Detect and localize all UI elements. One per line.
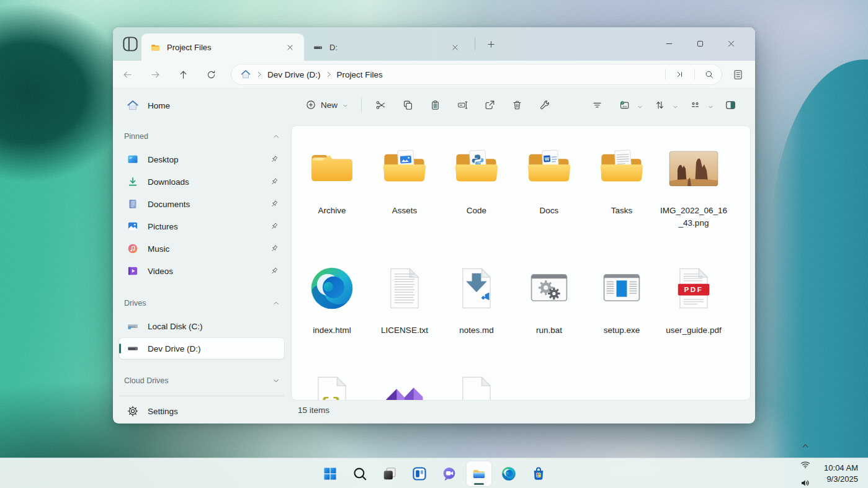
- file-item-img-2022-06-16-43-png[interactable]: IMG_2022_06_16_43.png: [660, 144, 728, 230]
- sidebar-item-downloads[interactable]: Downloads: [119, 171, 284, 192]
- tab-label: Project Files: [167, 43, 282, 52]
- chevron-up-icon[interactable]: [272, 132, 280, 141]
- share-button[interactable]: [477, 94, 502, 116]
- sidebar-item-settings[interactable]: Settings: [119, 401, 284, 422]
- clock-date: 9/3/2025: [824, 474, 858, 485]
- forward-arrow-button[interactable]: [145, 64, 166, 85]
- file-item-partial[interactable]: {}: [298, 372, 366, 400]
- rename-button[interactable]: [450, 94, 475, 116]
- command-buttons-right: [583, 94, 744, 116]
- sidebar-item-label: Settings: [148, 407, 279, 416]
- taskbar-task-view-button[interactable]: [377, 461, 402, 486]
- file-item-archive[interactable]: Archive: [298, 144, 366, 217]
- sort-button[interactable]: [647, 94, 672, 116]
- tab-d[interactable]: D:: [304, 33, 469, 61]
- breadcrumb-project-files[interactable]: Project Files: [337, 70, 383, 79]
- copy-button[interactable]: [395, 94, 420, 116]
- taskbar-edge-browser-button[interactable]: [496, 461, 521, 486]
- sidebar-item-label: Pictures: [148, 222, 269, 231]
- file-item-notes-md[interactable]: notes.md: [442, 264, 511, 337]
- tab-project-files[interactable]: Project Files: [141, 33, 304, 61]
- maximize-button[interactable]: [686, 33, 714, 53]
- file-item-setup-exe[interactable]: setup.exe: [588, 264, 656, 337]
- up-arrow-button[interactable]: [172, 64, 194, 85]
- taskbar-start-button[interactable]: [318, 461, 342, 486]
- file-label: index.html: [313, 324, 351, 337]
- taskbar-store-button[interactable]: [526, 461, 551, 486]
- close-tab-button[interactable]: [282, 39, 298, 55]
- sidebar-section-drives[interactable]: Drives: [124, 295, 280, 311]
- file-label: Archive: [318, 205, 346, 217]
- sidebar-item-videos[interactable]: Videos: [119, 260, 284, 282]
- taskbar-file-explorer-button[interactable]: [467, 461, 491, 486]
- chevron-down-icon: [637, 102, 643, 109]
- address-bar[interactable]: Dev Drive (D:)Project Files: [231, 64, 722, 85]
- desktop: Project FilesD: Dev Drive (D:)Project Fi…: [0, 0, 868, 488]
- taskbar-chat-button[interactable]: [437, 461, 462, 486]
- chevron-down-icon[interactable]: [272, 376, 280, 385]
- file-item-user-guide-pdf[interactable]: PDFuser_guide.pdf: [660, 264, 728, 337]
- close-button[interactable]: [717, 33, 745, 53]
- file-item-run-bat[interactable]: run.bat: [515, 264, 583, 337]
- file-item-docs[interactable]: WDocs: [515, 144, 583, 217]
- file-item-index-html[interactable]: index.html: [298, 264, 366, 337]
- filter-button[interactable]: [584, 94, 609, 116]
- new-tab-button[interactable]: [481, 35, 500, 53]
- clock[interactable]: 10:04 AM 9/3/2025: [820, 461, 862, 486]
- sidebar-item-documents[interactable]: Documents: [119, 193, 284, 215]
- sidebar-item-local-disk-c[interactable]: Local Disk (C:): [119, 316, 284, 337]
- close-tab-button[interactable]: [447, 39, 463, 55]
- pin-icon: [269, 266, 279, 276]
- file-item-license-txt[interactable]: LICENSE.txt: [370, 264, 439, 337]
- navigation-pane-toggle-button[interactable]: [120, 34, 141, 54]
- breadcrumb-dev-drive-d[interactable]: Dev Drive (D:): [267, 70, 321, 79]
- sidebar-section-cloud-drives[interactable]: Cloud Drives: [124, 373, 280, 389]
- volume-button[interactable]: [797, 474, 814, 488]
- sidebar-item-home[interactable]: Home: [119, 95, 284, 116]
- details-list-button[interactable]: [727, 63, 749, 86]
- wifi-button[interactable]: [797, 455, 814, 474]
- file-item-tasks[interactable]: Tasks: [588, 144, 656, 217]
- purple-m-file-icon: [380, 372, 429, 400]
- downloads-icon: [127, 175, 139, 188]
- music-icon: [127, 242, 139, 255]
- properties-wrench-button[interactable]: [532, 94, 557, 116]
- jump-to-end-button[interactable]: [671, 66, 689, 83]
- file-item-code[interactable]: Code: [442, 144, 511, 217]
- preview-pane-button[interactable]: [718, 94, 743, 116]
- refresh-button[interactable]: [200, 64, 221, 85]
- status-bar: 15 items: [298, 406, 329, 415]
- taskbar-taskbar-search-button[interactable]: [347, 461, 372, 486]
- cut-button[interactable]: [368, 94, 393, 116]
- sidebar-item-music[interactable]: Music: [119, 238, 284, 259]
- back-arrow-button[interactable]: [117, 64, 138, 85]
- new-button[interactable]: New: [299, 94, 355, 116]
- paste-button[interactable]: [423, 94, 447, 116]
- view-thumbnails-button[interactable]: [612, 94, 637, 116]
- home-icon[interactable]: [240, 69, 251, 80]
- file-item-partial[interactable]: [442, 372, 511, 400]
- sidebar-item-dev-drive-d[interactable]: Dev Drive (D:): [119, 338, 284, 359]
- file-item-partial[interactable]: [370, 372, 439, 400]
- new-button-label: New: [321, 100, 338, 110]
- image-thumbnail-icon: [669, 144, 718, 193]
- sidebar-item-desktop[interactable]: Desktop: [119, 149, 284, 170]
- search-button[interactable]: [700, 66, 718, 83]
- file-label: Tasks: [611, 205, 633, 217]
- file-item-assets[interactable]: Assets: [370, 144, 439, 217]
- sidebar-item-pictures[interactable]: Pictures: [119, 216, 284, 237]
- chevron-up-icon[interactable]: [272, 299, 280, 308]
- chevron-right-icon: [255, 70, 264, 79]
- sidebar-section-pinned[interactable]: Pinned: [124, 128, 280, 144]
- svg-text:PDF: PDF: [684, 286, 703, 293]
- sidebar-item-label: Videos: [148, 267, 269, 276]
- taskbar-widgets-button[interactable]: [407, 461, 432, 486]
- minimize-button[interactable]: [655, 33, 683, 53]
- folder-open-word-icon: W: [524, 144, 574, 193]
- hiddens-chevron-button[interactable]: [797, 437, 814, 455]
- delete-button[interactable]: [504, 94, 529, 116]
- view-options-button[interactable]: [682, 94, 707, 116]
- svg-text:W: W: [545, 156, 550, 162]
- chevron-down-icon: [672, 102, 679, 109]
- sidebar-item-label: Music: [148, 244, 269, 254]
